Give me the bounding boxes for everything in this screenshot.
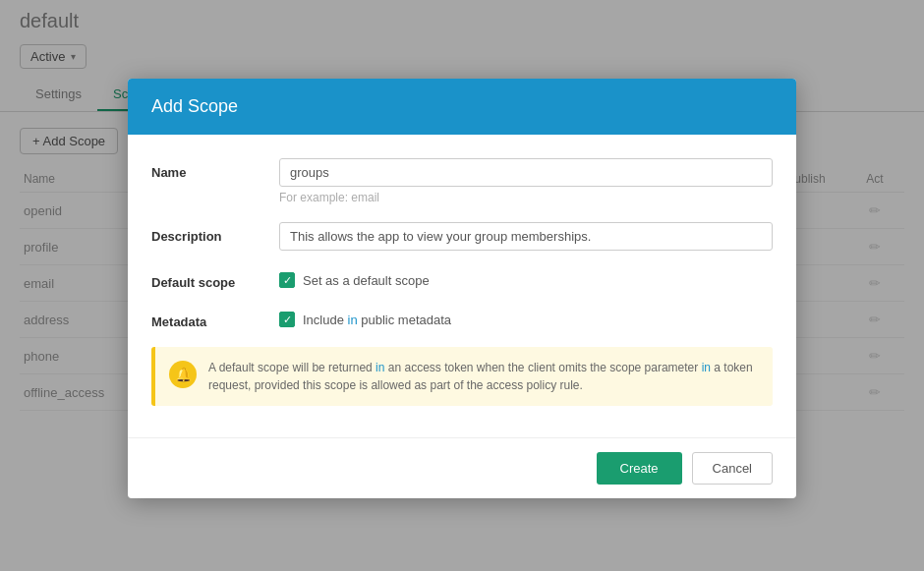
modal-header: Add Scope (128, 79, 796, 135)
check-icon: ✓ (283, 275, 292, 286)
modal-title: Add Scope (151, 96, 238, 116)
metadata-checkbox[interactable]: ✓ (279, 312, 295, 327)
default-scope-checkbox-label: Set as a default scope (303, 273, 430, 288)
name-hint: For example: email (279, 191, 773, 204)
modal-body: Name For example: email Description Defa… (128, 135, 796, 437)
modal-footer: Create Cancel (128, 437, 796, 498)
metadata-form-row: Metadata ✓ Include in public metadata (151, 308, 773, 329)
metadata-checkbox-row: ✓ Include in public metadata (279, 308, 773, 327)
default-scope-checkbox-row: ✓ Set as a default scope (279, 268, 773, 288)
cancel-button[interactable]: Cancel (692, 452, 773, 485)
metadata-label: Metadata (151, 308, 279, 329)
description-input[interactable] (279, 222, 773, 251)
add-scope-modal: Add Scope Name For example: email Descri… (128, 79, 796, 498)
description-label: Description (151, 222, 279, 244)
default-scope-checkbox[interactable]: ✓ (279, 272, 295, 288)
description-control-wrap (279, 222, 773, 251)
info-box: 🔔 A default scope will be returned in an… (151, 347, 773, 406)
check-icon: ✓ (283, 314, 292, 325)
modal-overlay: Add Scope Name For example: email Descri… (0, 0, 924, 571)
metadata-checkbox-label: Include in public metadata (303, 313, 451, 327)
name-control-wrap: For example: email (279, 158, 773, 204)
name-label: Name (151, 158, 279, 180)
info-text: A default scope will be returned in an a… (208, 359, 759, 394)
info-icon-wrap: 🔔 (169, 361, 197, 388)
bell-icon: 🔔 (175, 367, 192, 382)
description-form-row: Description (151, 222, 773, 251)
name-form-row: Name For example: email (151, 158, 773, 204)
default-scope-label: Default scope (151, 268, 279, 290)
create-button[interactable]: Create (597, 452, 682, 485)
default-scope-form-row: Default scope ✓ Set as a default scope (151, 268, 773, 290)
name-input[interactable] (279, 158, 773, 187)
